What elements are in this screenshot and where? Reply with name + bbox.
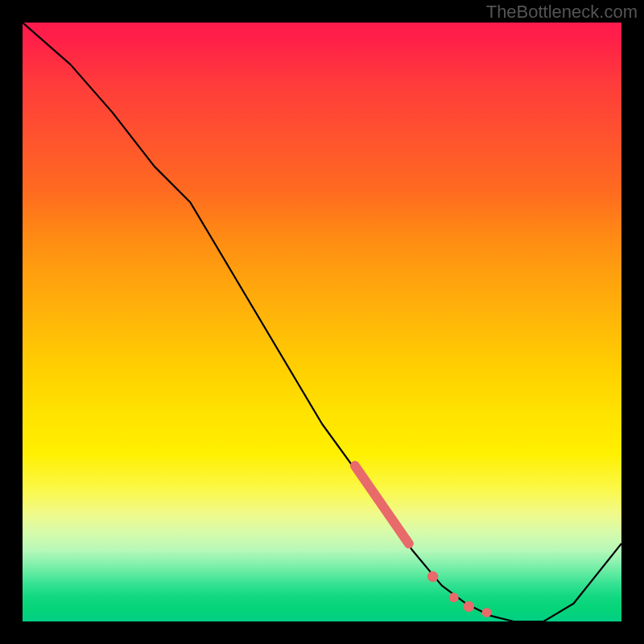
highlight-segment xyxy=(355,466,409,544)
highlight-dot xyxy=(464,601,474,612)
main-curve xyxy=(23,23,621,621)
highlight-dot xyxy=(427,572,438,582)
curve-layer xyxy=(23,23,621,621)
chart-container: TheBottleneck.com xyxy=(0,0,644,644)
highlight-dot xyxy=(449,592,459,602)
watermark-text: TheBottleneck.com xyxy=(486,2,638,23)
plot-area xyxy=(23,23,621,621)
highlight-dot xyxy=(482,608,492,617)
